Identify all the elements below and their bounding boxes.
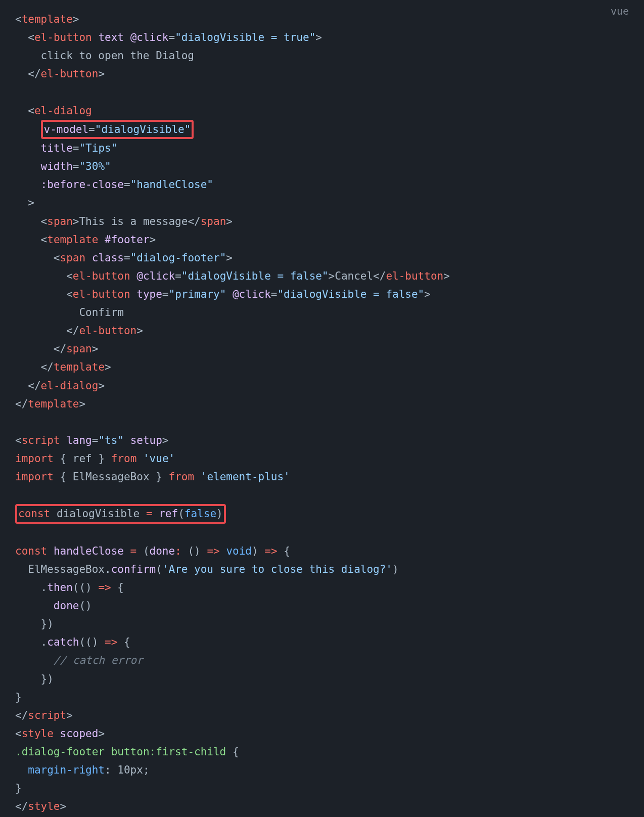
language-tag: vue <box>611 5 629 17</box>
highlight-const-dialogvisible: const dialogVisible = ref(false) <box>15 504 226 523</box>
code-block: vue <template> <el-button text @click="d… <box>0 0 644 817</box>
highlight-v-model: v-model="dialogVisible" <box>41 120 194 139</box>
code-content: <template> <el-button text @click="dialo… <box>0 10 644 815</box>
